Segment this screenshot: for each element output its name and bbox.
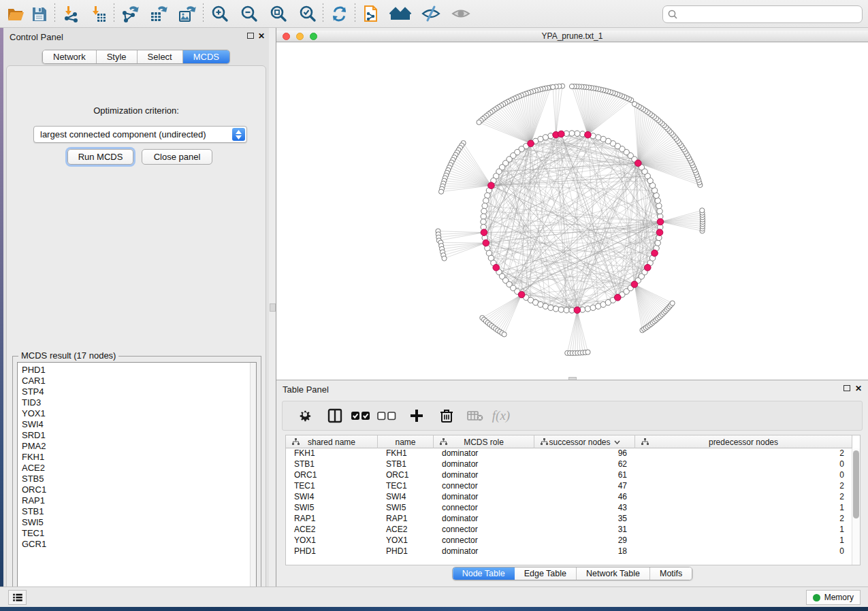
table-scrollbar[interactable] [852, 448, 860, 565]
mcds-result-item[interactable]: YOX1 [22, 408, 256, 419]
mcds-result-item[interactable]: RAP1 [22, 495, 256, 506]
mcds-result-item[interactable]: ACE2 [22, 463, 256, 474]
table-row-YOX1[interactable]: YOX1YOX1connector291 [286, 535, 852, 546]
save-session-icon[interactable] [27, 2, 50, 25]
graph-node[interactable] [482, 203, 487, 208]
search-input[interactable] [678, 7, 862, 21]
toggle-panel-layout-icon[interactable] [322, 403, 348, 429]
graph-node[interactable] [585, 306, 590, 312]
graph-node[interactable] [670, 301, 675, 306]
mcds-result-item[interactable]: TID3 [22, 397, 256, 408]
network-canvas[interactable] [276, 43, 868, 380]
graph-node[interactable] [477, 120, 481, 125]
mcds-result-item[interactable]: GCR1 [22, 539, 256, 550]
tab-edge-table[interactable]: Edge Table [515, 567, 577, 580]
close-panel-button[interactable]: Close panel [142, 149, 212, 165]
float-panel-icon[interactable] [247, 33, 254, 39]
tab-node-table[interactable]: Node Table [453, 567, 515, 580]
memory-button[interactable]: Memory [806, 590, 861, 605]
graph-node[interactable] [558, 307, 564, 312]
graph-hub-node[interactable] [518, 291, 525, 298]
graph-hub-node[interactable] [635, 160, 642, 167]
mcds-result-item[interactable]: PHD1 [22, 365, 256, 376]
graph-hub-node[interactable] [528, 140, 534, 147]
table-row-RAP1[interactable]: RAP1RAP1dominator352 [286, 514, 852, 525]
graph-node[interactable] [656, 203, 662, 208]
table-row-PHD1[interactable]: PHD1PHD1dominator180 [286, 546, 852, 557]
export-network-icon[interactable] [118, 2, 142, 25]
mcds-list-scrollbar[interactable] [250, 363, 256, 599]
table-row-TEC1[interactable]: TEC1TEC1connector472 [286, 481, 852, 492]
graph-node[interactable] [502, 332, 507, 337]
tab-network-table[interactable]: Network Table [577, 567, 650, 580]
graph-node[interactable] [569, 131, 575, 136]
graph-node[interactable] [553, 306, 558, 312]
graph-hub-node[interactable] [481, 229, 487, 236]
mcds-result-item[interactable]: SWI5 [22, 517, 256, 528]
graph-hub-node[interactable] [614, 294, 621, 301]
run-mcds-button[interactable]: Run MCDS [67, 149, 133, 165]
table-row-ACE2[interactable]: ACE2ACE2connector311 [286, 525, 852, 535]
export-image-icon[interactable] [176, 2, 199, 25]
graph-node[interactable] [575, 131, 580, 136]
graph-hub-node[interactable] [657, 218, 664, 225]
mcds-result-item[interactable]: TEC1 [22, 528, 256, 539]
first-neighbors-icon[interactable] [389, 2, 413, 25]
graph-node[interactable] [481, 214, 486, 219]
graph-hub-node[interactable] [493, 264, 500, 271]
mcds-result-item[interactable]: CAR1 [22, 376, 256, 386]
graph-node[interactable] [655, 240, 660, 246]
graph-node[interactable] [569, 84, 574, 88]
column-header-predecessor-nodes[interactable]: predecessor nodes [635, 435, 852, 448]
zoom-fit-content-icon[interactable] [266, 2, 289, 25]
column-header-name[interactable]: name [378, 435, 434, 448]
table-row-ORC1[interactable]: ORC1ORC1dominator610 [286, 470, 852, 481]
close-panel-icon[interactable]: ✕ [258, 31, 265, 41]
create-column-icon[interactable] [404, 403, 430, 429]
zoom-out-icon[interactable] [237, 2, 260, 25]
apply-preferred-layout-icon[interactable] [327, 2, 351, 25]
graph-hub-node[interactable] [656, 229, 663, 236]
tab-select[interactable]: Select [138, 50, 183, 63]
mcds-result-item[interactable]: SRD1 [22, 430, 256, 441]
graph-hub-node[interactable] [574, 307, 581, 314]
criterion-select[interactable]: largest connected component (undirected) [33, 126, 247, 143]
import-network-from-file-icon[interactable] [59, 2, 82, 25]
graph-hub-node[interactable] [652, 250, 658, 257]
mcds-result-item[interactable]: FKH1 [22, 452, 256, 463]
mcds-result-item[interactable]: PMA2 [22, 441, 256, 452]
float-panel-icon[interactable] [843, 385, 850, 391]
graph-node[interactable] [483, 198, 489, 203]
mcds-result-item[interactable]: ORC1 [22, 484, 256, 495]
graph-node[interactable] [564, 308, 569, 313]
zoom-selected-region-icon[interactable] [295, 2, 319, 25]
select-all-rows-icon[interactable] [348, 403, 374, 429]
graph-hub-node[interactable] [558, 131, 565, 137]
graph-node[interactable] [657, 208, 662, 214]
zoom-in-icon[interactable] [208, 2, 231, 25]
graph-node[interactable] [442, 256, 447, 261]
new-network-from-selection-icon[interactable] [359, 2, 383, 25]
graph-hub-node[interactable] [585, 131, 592, 138]
deselect-all-rows-icon[interactable] [374, 403, 400, 429]
table-scrollbar-thumb[interactable] [853, 450, 859, 518]
graph-node[interactable] [585, 350, 590, 354]
column-header-successor-nodes[interactable]: successor nodes [534, 435, 635, 448]
close-panel-icon[interactable]: ✕ [855, 384, 862, 393]
column-header-shared-name[interactable]: shared name [286, 435, 378, 448]
tab-network[interactable]: Network [43, 50, 97, 63]
tab-mcds[interactable]: MCDS [183, 50, 229, 63]
table-row-SWI5[interactable]: SWI5SWI5connector431 [286, 503, 852, 514]
delete-columns-icon[interactable] [434, 403, 460, 429]
graph-node[interactable] [481, 219, 486, 225]
graph-hub-node[interactable] [644, 264, 651, 271]
mcds-result-item[interactable]: SWI4 [22, 419, 256, 430]
column-header-MCDS-role[interactable]: MCDS role [434, 435, 534, 448]
table-row-SWI4[interactable]: SWI4SWI4dominator462 [286, 492, 852, 503]
graph-node[interactable] [481, 208, 487, 214]
vertical-splitter-handle[interactable] [270, 303, 276, 312]
tab-style[interactable]: Style [97, 50, 138, 63]
mcds-result-item[interactable]: STB1 [22, 506, 256, 517]
table-row-FKH1[interactable]: FKH1FKH1dominator962 [286, 448, 852, 459]
graph-node[interactable] [632, 101, 637, 106]
